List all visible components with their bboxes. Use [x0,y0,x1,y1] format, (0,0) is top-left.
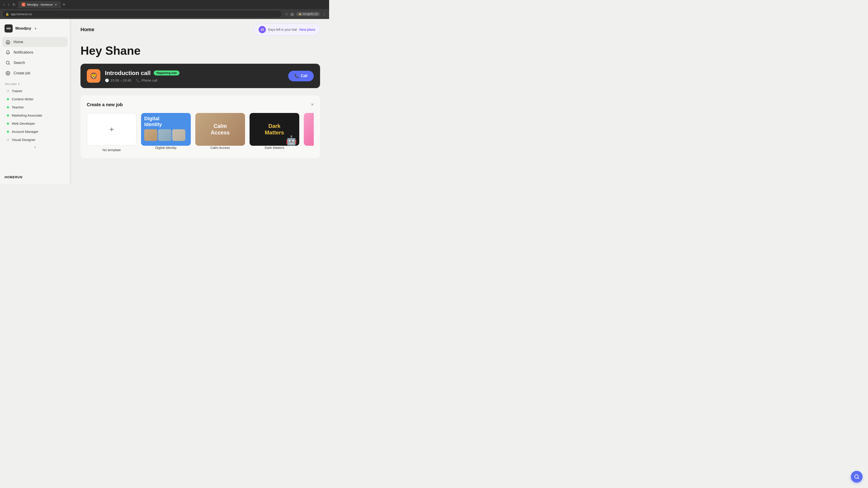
template-name-rac: Rac… [304,146,314,150]
reader-mode-icon[interactable]: ▤ [290,12,294,16]
call-time: 🕐 23:30 – 23:45 [105,78,131,83]
back-button[interactable]: ‹ [3,2,6,7]
template-thumbnail-digital-identity: DigitalIdentity [141,113,191,146]
dm-title-text: DarkMatters [265,123,284,136]
call-details: 🕐 23:30 – 23:45 📞 Phone call [105,78,284,83]
nav-label-search: Search [13,61,25,65]
nav-label-create-job: Create job [13,71,30,75]
tab-title: Moodjoy · Homerun [27,3,53,6]
job-label: Marketing Associate [12,113,42,117]
clock-icon: 🕐 [105,78,109,83]
main-body: Hey Shane 🦁 Introduction call Happening … [71,39,329,163]
address-bar-row: 🔒 app.homerun.co ☆ ▤ 🕵 Incognito (2) ⋮ [0,9,329,19]
call-title: Introduction call [105,70,151,76]
sidebar-footer: HOMERUN [0,172,70,181]
greeting-text: Hey Shane [81,44,320,57]
forward-button[interactable]: › [7,2,10,7]
template-thumbnail-dark-matters: DarkMatters 🤖 [250,113,299,146]
close-create-job-button[interactable]: × [311,102,314,107]
new-tab-button[interactable]: + [63,2,65,7]
call-button[interactable]: 📞 Call [288,71,314,81]
job-status-dot-dashed [7,139,9,141]
tab-close-button[interactable]: ✕ [55,3,57,6]
menu-icon[interactable]: ⋮ [322,11,327,17]
toolbar-icons: ☆ ▤ 🕵 Incognito (2) ⋮ [285,11,327,17]
trial-days-number: 15 [258,26,266,33]
template-name-no-template: No template [87,148,136,152]
template-card-calm-access[interactable]: CalmAccess Calm Access [195,113,245,152]
sidebar-item-teacher[interactable]: Teacher [2,103,68,111]
call-avatar: 🦁 [87,69,100,83]
job-label: Content Writer [12,97,33,101]
di-photo-2 [158,129,171,141]
sidebar-scroll-down[interactable]: ▾ [0,144,70,151]
app-layout: MM Moodjoy ▾ Home Notifications [0,19,329,184]
job-label: Trainer [12,89,22,93]
trial-badge: 15 Days left in your trial View plans [254,24,320,36]
sidebar-item-visual-designer[interactable]: Visual Designer [2,136,68,144]
search-icon [5,60,10,65]
browser-chrome: ‹ › ↻ 🎯 Moodjoy · Homerun ✕ + [0,0,329,9]
call-btn-icon: 📞 [294,74,299,78]
sidebar-item-trainer[interactable]: Trainer [2,87,68,95]
template-name-digital-identity: Digital Identity [141,146,191,150]
nav-item-notifications[interactable]: Notifications [2,47,68,57]
job-status-dot-green [7,131,9,133]
job-label: Teacher [12,105,24,109]
di-title-text: DigitalIdentity [141,113,191,129]
job-status-dot-green [7,106,9,108]
svg-line-1 [9,64,10,65]
bookmark-icon[interactable]: ☆ [285,12,288,16]
home-icon [5,39,10,44]
your-jobs-section[interactable]: Your jobs ▾ [0,78,70,87]
nav-item-search[interactable]: Search [2,58,68,68]
template-card-rac[interactable]: Rac… [304,113,314,152]
view-plans-link[interactable]: View plans [299,28,315,31]
template-card-digital-identity[interactable]: DigitalIdentity Digital Identity [141,113,191,152]
tab-favicon: 🎯 [22,3,25,6]
template-thumbnail-rac [304,113,314,146]
dm-figure-icon: 🤖 [286,135,297,146]
templates-grid: + No template DigitalIdentity [87,113,314,152]
template-card-no-template[interactable]: + No template [87,113,136,152]
nav-label-notifications: Notifications [13,51,33,55]
job-status-dot-green [7,123,9,125]
phone-icon: 📞 [136,78,140,83]
template-name-calm-access: Calm Access [195,146,245,150]
job-label: Web Developer [12,122,35,125]
template-card-dark-matters[interactable]: DarkMatters 🤖 Dark Matters [250,113,299,152]
call-info: Introduction call Happening now 🕐 23:30 … [105,70,284,83]
job-status-dot-green [7,114,9,117]
bell-icon [5,50,10,55]
di-photo-1 [144,129,157,141]
address-bar[interactable]: 🔒 app.homerun.co [3,11,281,18]
template-thumbnail-blank: + [87,113,136,146]
logo-chevron-icon: ▾ [35,27,36,30]
sidebar-item-marketing-associate[interactable]: Marketing Associate [2,111,68,119]
incognito-badge[interactable]: 🕵 Incognito (2) [296,12,320,16]
call-btn-label: Call [301,74,307,78]
sidebar-item-account-manager[interactable]: Account Manager [2,128,68,135]
template-thumbnail-calm-access: CalmAccess [195,113,245,146]
company-name: Moodjoy [16,26,31,31]
sidebar-item-content-writer[interactable]: Content Writer [2,95,68,103]
template-name-dark-matters: Dark Matters [250,146,299,150]
call-title-row: Introduction call Happening now [105,70,284,76]
browser-tab[interactable]: 🎯 Moodjoy · Homerun ✕ [18,1,61,8]
page-title: Home [81,27,94,33]
call-type: 📞 Phone call [136,78,157,83]
sidebar: MM Moodjoy ▾ Home Notifications [0,19,70,184]
sidebar-logo[interactable]: MM Moodjoy ▾ [0,23,70,37]
incognito-icon: 🕵 [298,12,302,15]
job-status-dot-dashed [7,90,9,92]
sidebar-item-web-developer[interactable]: Web Developer [2,120,68,127]
nav-item-home[interactable]: Home [2,37,68,47]
create-job-title: Create a new job [87,102,123,107]
your-jobs-label: Your jobs [4,82,17,86]
call-card: 🦁 Introduction call Happening now 🕐 23:3… [81,64,320,88]
nav-item-create-job[interactable]: Create job [2,68,68,78]
logo-avatar: MM [4,24,13,33]
homerun-logo: HOMERUN [4,175,65,179]
jobs-chevron-icon: ▾ [18,83,20,86]
refresh-button[interactable]: ↻ [11,2,16,8]
